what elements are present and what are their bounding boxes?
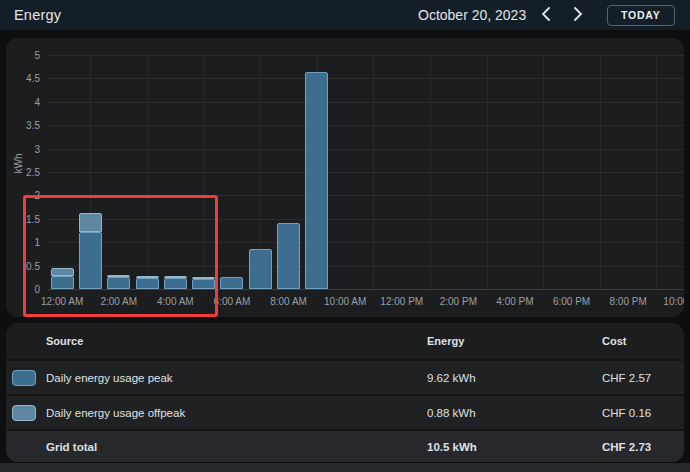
page-title: Energy [14, 7, 61, 23]
x-axis-tick-label: 2:00 AM [100, 296, 137, 307]
bar-segment [249, 249, 272, 289]
energy-value: 0.88 kWh [427, 407, 476, 419]
y-axis-tick-label: 4 [6, 97, 40, 108]
chevron-right-icon [574, 7, 583, 24]
total-label: Grid total [46, 441, 97, 453]
energy-sources-table: Source Energy Cost Daily energy usage pe… [6, 323, 684, 462]
energy-usage-chart-card: 00.511.522.533.544.5512:00 AM2:00 AM4:00… [6, 38, 684, 317]
gridline [600, 55, 601, 289]
gridline [147, 55, 148, 289]
previous-day-button[interactable] [532, 2, 558, 28]
x-axis-tick-label: 4:00 PM [496, 296, 533, 307]
today-button[interactable]: TODAY [607, 5, 675, 26]
header-controls: October 20, 2023 TODAY DAY [418, 0, 690, 30]
gridline [48, 172, 684, 173]
bar-segment [305, 72, 328, 289]
total-cost-value: CHF 2.73 [602, 441, 651, 453]
gridline [543, 55, 544, 289]
x-axis-tick-label: 4:00 AM [157, 296, 194, 307]
gridline [48, 266, 684, 267]
cost-value: CHF 0.16 [602, 407, 651, 419]
bar-segment [220, 277, 243, 289]
gridline [48, 125, 684, 126]
x-axis-tick-label: 12:00 PM [380, 296, 423, 307]
x-axis-tick-label: 12:00 AM [41, 296, 83, 307]
bar-segment [277, 223, 300, 289]
bar-segment [136, 278, 159, 289]
gridline [48, 149, 684, 150]
x-axis-tick-label: 10:00 PM [663, 296, 684, 307]
table-row[interactable]: Daily energy usage offpeak 0.88 kWh CHF … [6, 396, 684, 429]
x-axis-tick-label: 6:00 PM [553, 296, 590, 307]
bar-segment [79, 213, 102, 232]
y-axis-tick-label: 1.5 [6, 214, 40, 225]
bar-5am[interactable] [192, 277, 215, 289]
column-header-source: Source [46, 335, 83, 347]
bar-6am[interactable] [220, 277, 243, 289]
bar-segment [107, 277, 130, 289]
bar-segment [79, 232, 102, 289]
column-header-cost: Cost [602, 335, 626, 347]
x-axis-tick-label: 8:00 AM [270, 296, 307, 307]
gridline [48, 219, 684, 220]
bar-4am[interactable] [164, 276, 187, 289]
table-row[interactable]: Daily energy usage peak 9.62 kWh CHF 2.5… [6, 361, 684, 394]
x-axis-tick-label: 8:00 PM [610, 296, 647, 307]
app-header: Energy October 20, 2023 TODAY DAY [0, 0, 690, 30]
bar-1am[interactable] [79, 213, 102, 289]
page-background-strip [0, 463, 690, 472]
source-label: Daily energy usage offpeak [46, 407, 185, 419]
y-axis-tick-label: 4.5 [6, 73, 40, 84]
series-color-swatch-peak [12, 370, 36, 386]
gridline [204, 55, 205, 289]
x-axis-tick-label: 6:00 AM [214, 296, 251, 307]
gridline [48, 242, 684, 243]
date-label: October 20, 2023 [418, 7, 518, 23]
bar-9am[interactable] [305, 72, 328, 289]
gridline [430, 55, 431, 289]
chevron-left-icon [541, 7, 550, 24]
gridline [48, 78, 684, 79]
bar-segment [164, 278, 187, 289]
bar-3am[interactable] [136, 276, 159, 289]
gridline [48, 195, 684, 196]
total-energy-value: 10.5 kWh [427, 441, 477, 453]
y-axis-tick-label: 0 [6, 284, 40, 295]
y-axis-tick-label: 0.5 [6, 261, 40, 272]
gridline [48, 289, 684, 290]
column-header-energy: Energy [427, 335, 464, 347]
bar-2am[interactable] [107, 275, 130, 289]
cost-value: CHF 2.57 [602, 372, 651, 384]
source-label: Daily energy usage peak [46, 372, 173, 384]
y-axis-tick-label: 3.5 [6, 120, 40, 131]
table-header-row: Source Energy Cost [6, 323, 684, 359]
gridline [373, 55, 374, 289]
bar-7am[interactable] [249, 249, 272, 289]
bar-segment [192, 279, 215, 289]
gridline [487, 55, 488, 289]
y-axis-tick-label: 5 [6, 50, 40, 61]
x-axis-tick-label: 2:00 PM [440, 296, 477, 307]
energy-value: 9.62 kWh [427, 372, 476, 384]
bar-12am[interactable] [51, 268, 74, 289]
gridline [656, 55, 657, 289]
y-axis-title: kWh [13, 144, 24, 184]
bar-segment [51, 268, 74, 275]
table-total-row: Grid total 10.5 kWh CHF 2.73 [6, 431, 684, 462]
bar-8am[interactable] [277, 223, 300, 289]
y-axis-tick-label: 2 [6, 190, 40, 201]
gridline [48, 55, 684, 56]
next-day-button[interactable] [565, 2, 591, 28]
x-axis-tick-label: 10:00 AM [324, 296, 366, 307]
gridline [48, 102, 684, 103]
y-axis-tick-label: 1 [6, 237, 40, 248]
series-color-swatch-offpeak [12, 405, 36, 421]
bar-segment [51, 276, 74, 289]
